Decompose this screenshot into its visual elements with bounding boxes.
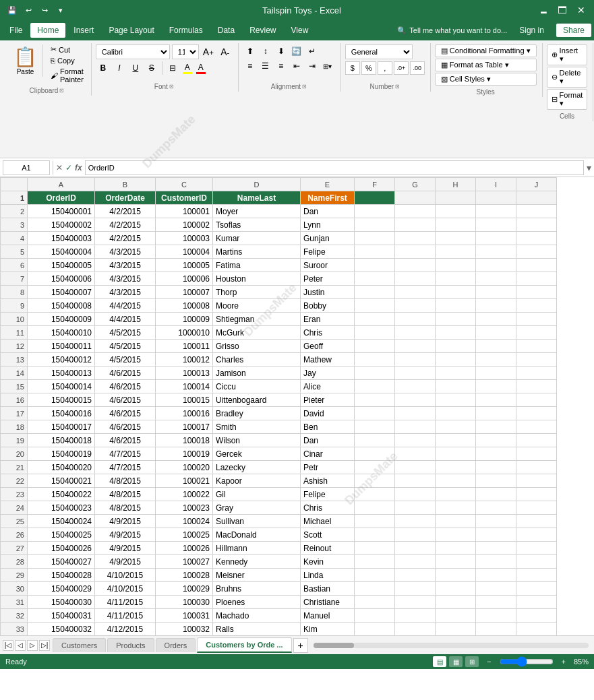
table-cell[interactable]: 150400005 [28, 259, 95, 272]
empty-cell[interactable] [355, 542, 395, 555]
empty-cell[interactable] [355, 326, 395, 340]
table-cell[interactable]: Bobby [301, 299, 355, 313]
row-num-32[interactable]: 32 [1, 609, 28, 623]
table-cell[interactable]: 100025 [156, 528, 213, 542]
empty-cell[interactable] [436, 393, 476, 407]
table-cell[interactable]: 150400032 [28, 623, 95, 636]
row-num-8[interactable]: 8 [1, 286, 28, 299]
delete-button[interactable]: ⊖ Delete ▾ [547, 67, 588, 88]
table-cell[interactable]: Gil [213, 488, 301, 501]
empty-cell[interactable] [476, 447, 516, 461]
table-cell[interactable]: 100009 [156, 313, 213, 326]
empty-cell[interactable] [395, 582, 436, 596]
empty-cell[interactable] [355, 380, 395, 393]
empty-cell[interactable] [395, 232, 436, 245]
col-header-I[interactable]: I [476, 178, 516, 191]
header-i[interactable] [476, 191, 516, 205]
table-cell[interactable]: 150400028 [28, 569, 95, 582]
table-cell[interactable]: Chris [301, 326, 355, 340]
table-cell[interactable]: 150400014 [28, 380, 95, 393]
empty-cell[interactable] [436, 367, 476, 380]
menu-file[interactable]: File [3, 23, 29, 38]
empty-cell[interactable] [355, 353, 395, 367]
header-h[interactable] [436, 191, 476, 205]
table-cell[interactable]: 4/6/2015 [95, 367, 156, 380]
table-cell[interactable]: Charles [213, 353, 301, 367]
empty-cell[interactable] [436, 474, 476, 488]
empty-cell[interactable] [436, 272, 476, 286]
table-cell[interactable]: 4/10/2015 [95, 569, 156, 582]
empty-cell[interactable] [516, 313, 557, 326]
increase-decimal-button[interactable]: .0+ [394, 61, 409, 75]
col-header-C[interactable]: C [156, 178, 213, 191]
table-cell[interactable]: 100005 [156, 259, 213, 272]
row-num-27[interactable]: 27 [1, 542, 28, 555]
table-cell[interactable]: 100011 [156, 340, 213, 353]
empty-cell[interactable] [355, 623, 395, 636]
row-num-11[interactable]: 11 [1, 326, 28, 340]
table-cell[interactable]: Ploenes [213, 596, 301, 609]
empty-cell[interactable] [355, 434, 395, 447]
table-cell[interactable]: Fatima [213, 259, 301, 272]
font-grow-button[interactable]: A+ [201, 44, 216, 59]
empty-cell[interactable] [395, 245, 436, 259]
empty-cell[interactable] [516, 245, 557, 259]
empty-cell[interactable] [355, 232, 395, 245]
row-num-13[interactable]: 13 [1, 353, 28, 367]
table-cell[interactable]: 150400018 [28, 434, 95, 447]
wrap-text-button[interactable]: ↵ [305, 44, 320, 58]
save-icon[interactable]: 💾 [5, 3, 19, 17]
menu-insert[interactable]: Insert [67, 23, 100, 38]
zoom-minus-button[interactable]: − [487, 658, 491, 666]
row-num-20[interactable]: 20 [1, 447, 28, 461]
empty-cell[interactable] [516, 420, 557, 434]
table-cell[interactable]: 4/11/2015 [95, 609, 156, 623]
empty-cell[interactable] [436, 380, 476, 393]
alignment-expand-icon[interactable]: ⊡ [302, 84, 307, 90]
empty-cell[interactable] [436, 623, 476, 636]
italic-button[interactable]: I [112, 61, 127, 75]
table-cell[interactable]: 4/9/2015 [95, 555, 156, 569]
empty-cell[interactable] [516, 407, 557, 420]
table-cell[interactable]: 150400001 [28, 205, 95, 218]
table-cell[interactable]: 150400008 [28, 299, 95, 313]
empty-cell[interactable] [476, 623, 516, 636]
row-num-18[interactable]: 18 [1, 420, 28, 434]
table-cell[interactable]: Linda [301, 569, 355, 582]
table-cell[interactable]: 150400007 [28, 286, 95, 299]
table-cell[interactable]: 4/5/2015 [95, 326, 156, 340]
empty-cell[interactable] [355, 501, 395, 515]
empty-cell[interactable] [476, 367, 516, 380]
row-num-33[interactable]: 33 [1, 623, 28, 636]
table-cell[interactable]: Kumar [213, 232, 301, 245]
tab-products[interactable]: Products [107, 638, 154, 652]
empty-cell[interactable] [436, 501, 476, 515]
header-namelast[interactable]: NameLast [213, 191, 301, 205]
empty-cell[interactable] [436, 447, 476, 461]
empty-cell[interactable] [395, 501, 436, 515]
empty-cell[interactable] [476, 353, 516, 367]
table-cell[interactable]: Meisner [213, 569, 301, 582]
table-cell[interactable]: 150400003 [28, 232, 95, 245]
table-cell[interactable]: Chris [301, 501, 355, 515]
empty-cell[interactable] [516, 596, 557, 609]
name-box[interactable] [3, 160, 50, 175]
empty-cell[interactable] [355, 272, 395, 286]
row-num-30[interactable]: 30 [1, 582, 28, 596]
fill-color-button[interactable]: A [181, 62, 194, 75]
menu-formulas[interactable]: Formulas [162, 23, 210, 38]
empty-cell[interactable] [516, 515, 557, 528]
empty-cell[interactable] [355, 569, 395, 582]
table-cell[interactable]: 4/8/2015 [95, 474, 156, 488]
empty-cell[interactable] [476, 569, 516, 582]
row-num-28[interactable]: 28 [1, 555, 28, 569]
align-right-button[interactable]: ≡ [274, 59, 289, 73]
cut-button[interactable]: ✂ Cut [49, 44, 86, 55]
table-cell[interactable]: Manuel [301, 609, 355, 623]
empty-cell[interactable] [516, 393, 557, 407]
empty-cell[interactable] [436, 218, 476, 232]
empty-cell[interactable] [476, 515, 516, 528]
empty-cell[interactable] [436, 528, 476, 542]
table-cell[interactable]: 4/9/2015 [95, 515, 156, 528]
normal-view-button[interactable]: ▤ [433, 656, 446, 667]
